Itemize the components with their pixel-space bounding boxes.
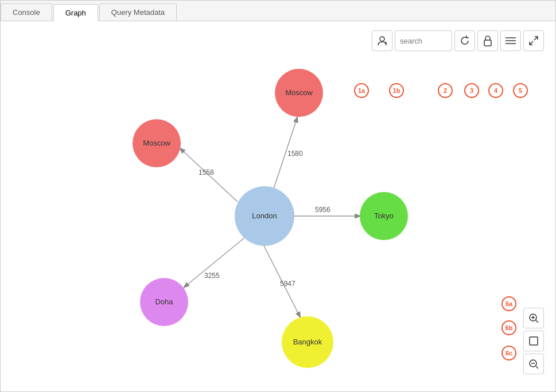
refresh-button[interactable]: [454, 30, 475, 51]
refresh-icon: [460, 36, 470, 46]
svg-rect-2: [484, 40, 491, 46]
lock-icon: [483, 35, 492, 46]
zoom-out-icon: [528, 359, 539, 369]
person-icon: [376, 35, 388, 46]
list-button[interactable]: [500, 30, 521, 51]
expand-icon: [528, 36, 539, 46]
zoom-in-button[interactable]: [523, 308, 544, 328]
zoom-controls: [523, 308, 544, 374]
node-moscow-left-label: Moscow: [143, 139, 170, 147]
edge-label-1580: 1580: [287, 150, 303, 158]
fit-icon: [528, 336, 539, 346]
toolbar: [372, 30, 544, 51]
node-tokyo-label: Tokyo: [374, 211, 394, 220]
svg-line-7: [530, 41, 533, 45]
fit-button[interactable]: [523, 331, 544, 351]
tab-console[interactable]: Console: [1, 3, 52, 21]
expand-button[interactable]: [523, 30, 544, 51]
edge-label-5947: 5947: [280, 280, 296, 288]
svg-line-6: [534, 37, 538, 40]
lock-button[interactable]: [477, 30, 498, 51]
svg-line-11: [536, 320, 538, 323]
graph-svg: 1580 1558 5956 3255 5947 London Moscow M…: [1, 21, 555, 391]
edge-label-3255: 3255: [204, 272, 220, 280]
node-doha-label: Doha: [155, 297, 173, 306]
svg-line-15: [536, 366, 538, 369]
search-input[interactable]: [395, 30, 452, 51]
tab-graph[interactable]: Graph: [53, 4, 98, 21]
tab-query-metadata[interactable]: Query Metadata: [99, 3, 177, 21]
person-filter-button[interactable]: [372, 30, 392, 51]
graph-area: 1580 1558 5956 3255 5947 London Moscow M…: [1, 21, 555, 391]
zoom-out-button[interactable]: [523, 354, 544, 374]
list-icon: [506, 37, 516, 45]
zoom-in-icon: [528, 313, 539, 323]
edge-label-5956: 5956: [315, 206, 331, 214]
node-bangkok-label: Bangkok: [293, 338, 322, 346]
svg-point-0: [380, 37, 384, 41]
svg-rect-12: [530, 337, 538, 345]
node-london-label: London: [252, 211, 277, 220]
edge-london-doha: [184, 238, 244, 287]
tab-bar: Console Graph Query Metadata: [1, 1, 555, 21]
edge-label-1558: 1558: [199, 168, 214, 177]
node-moscow-top-label: Moscow: [285, 88, 313, 97]
main-container: Console Graph Query Metadata 1580 1558: [0, 0, 556, 392]
